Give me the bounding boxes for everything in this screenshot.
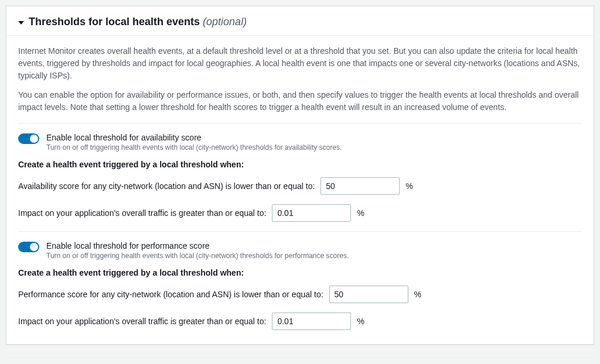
performance-impact-row: Impact on your application's overall tra… xyxy=(18,313,582,330)
availability-score-input[interactable] xyxy=(321,177,400,195)
performance-toggle-hint: Turn on or off triggering health events … xyxy=(46,252,582,260)
availability-toggle-hint: Turn on or off triggering health events … xyxy=(46,143,582,152)
performance-toggle-row: Enable local threshold for performance s… xyxy=(18,241,582,260)
divider xyxy=(18,123,582,123)
performance-score-row: Performance score for any city-network (… xyxy=(18,286,582,303)
performance-score-unit: % xyxy=(414,290,421,299)
availability-impact-unit: % xyxy=(357,208,364,218)
chevron-down-icon xyxy=(18,21,24,25)
availability-score-label: Availability score for any city-network … xyxy=(18,181,315,191)
availability-toggle-content: Enable local threshold for availability … xyxy=(46,133,582,152)
availability-toggle-label: Enable local threshold for availability … xyxy=(46,133,582,142)
availability-impact-row: Impact on your application's overall tra… xyxy=(18,204,582,222)
performance-toggle[interactable] xyxy=(18,242,39,252)
intro-paragraph-2: You can enable the option for availabili… xyxy=(18,89,582,114)
performance-score-input[interactable] xyxy=(329,286,408,303)
divider xyxy=(18,231,582,232)
availability-score-row: Availability score for any city-network … xyxy=(18,177,582,195)
availability-toggle[interactable] xyxy=(18,133,39,144)
performance-subheading: Create a health event triggered by a loc… xyxy=(18,268,582,277)
panel-body: Internet Monitor creates overall health … xyxy=(6,36,594,344)
availability-toggle-row: Enable local threshold for availability … xyxy=(18,133,582,152)
availability-impact-input[interactable] xyxy=(272,204,351,222)
performance-toggle-content: Enable local threshold for performance s… xyxy=(46,241,582,260)
panel-title-text: Thresholds for local health events xyxy=(29,16,203,28)
availability-impact-label: Impact on your application's overall tra… xyxy=(18,208,266,218)
panel-header[interactable]: Thresholds for local health events (opti… xyxy=(6,6,594,36)
performance-impact-unit: % xyxy=(357,317,364,326)
thresholds-panel: Thresholds for local health events (opti… xyxy=(6,6,594,345)
performance-toggle-label: Enable local threshold for performance s… xyxy=(46,241,582,250)
footer-divider xyxy=(6,358,594,358)
panel-title: Thresholds for local health events (opti… xyxy=(29,16,247,28)
performance-impact-input[interactable] xyxy=(272,313,351,330)
panel-title-optional: (optional) xyxy=(203,16,247,28)
performance-impact-label: Impact on your application's overall tra… xyxy=(18,317,266,326)
performance-score-label: Performance score for any city-network (… xyxy=(18,290,323,299)
availability-score-unit: % xyxy=(405,181,412,191)
availability-subheading: Create a health event triggered by a loc… xyxy=(18,160,582,169)
intro-paragraph-1: Internet Monitor creates overall health … xyxy=(18,45,582,82)
